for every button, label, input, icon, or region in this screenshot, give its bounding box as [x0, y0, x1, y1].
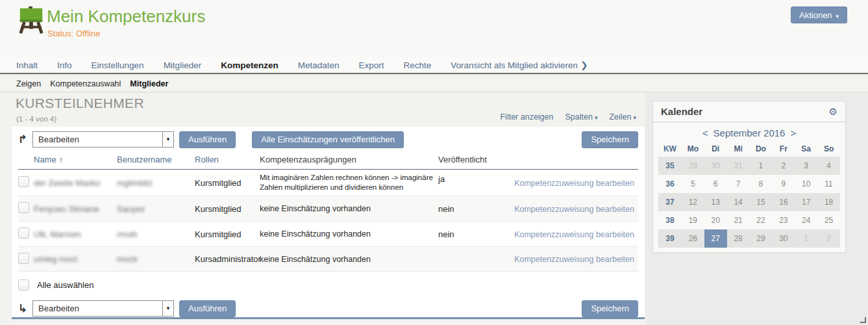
calendar-day[interactable]: 22: [750, 211, 773, 229]
calendar-day[interactable]: 26: [682, 229, 704, 248]
calendar-day[interactable]: 30: [704, 157, 727, 175]
published-value: nein: [438, 229, 510, 239]
row-checkbox[interactable]: [18, 176, 29, 187]
calendar-day[interactable]: 25: [817, 211, 840, 229]
tab-export[interactable]: Export: [358, 60, 384, 70]
calendar-day[interactable]: 29: [682, 157, 704, 175]
bulk-action-select[interactable]: Bearbeiten ▼: [32, 131, 174, 148]
week-number[interactable]: 37: [658, 198, 682, 207]
row-checkbox[interactable]: [18, 202, 29, 213]
competence-text: keine Einschätzung vorhanden: [260, 255, 438, 264]
edit-competence-link[interactable]: Kompetenzzuweisung bearbeiten: [514, 230, 634, 239]
chevron-right-icon: ❯: [580, 60, 588, 70]
calendar-day[interactable]: 2: [772, 157, 795, 175]
members-section: KURSTEILNEHMER (1 - 4 von 4) Filter anze…: [0, 93, 645, 325]
edit-competence-link[interactable]: Kompetenzzuweisung bearbeiten: [514, 255, 634, 264]
apply-up-arrow-icon: ↱: [18, 133, 32, 146]
result-count: (1 - 4 von 4): [16, 115, 56, 123]
member-name: Fenyues Slimane: [34, 204, 99, 214]
calendar-day[interactable]: 21: [727, 211, 750, 229]
member-name: der Zweite Masko: [34, 178, 101, 188]
calendar-day[interactable]: 13: [704, 193, 727, 211]
preview-as-member-link[interactable]: Voransicht als Mitglied aktivieren❯: [451, 60, 588, 70]
calendar-day[interactable]: 6: [704, 175, 727, 193]
calendar-day[interactable]: 14: [727, 193, 750, 211]
bulk-action-select-bottom[interactable]: Bearbeiten ▼: [32, 300, 174, 317]
actions-button[interactable]: Aktionen▾: [791, 6, 847, 23]
subtab-mitglieder[interactable]: Mitglieder: [130, 79, 168, 88]
course-easel-icon: [16, 5, 46, 36]
calendar-title: Kalender: [661, 106, 702, 117]
save-button-top[interactable]: Speichern: [582, 131, 638, 148]
table-row: der Zweite Masko mglimbitz Kursmitglied …: [18, 170, 638, 196]
week-number[interactable]: 36: [658, 179, 682, 188]
row-checkbox[interactable]: [18, 253, 29, 264]
member-role: Kursmitglied: [195, 229, 260, 239]
prev-month-button[interactable]: <: [702, 127, 708, 138]
tab-kompetenzen[interactable]: Kompetenzen: [221, 60, 279, 70]
next-month-button[interactable]: >: [790, 127, 796, 138]
calendar-grid: KW Mo Di Mi Do Fr Sa So 35 29 30 31 1 2 …: [658, 141, 840, 248]
page: Mein Kompetenzkurs Status: Offline Aktio…: [0, 0, 868, 325]
published-value: nein: [438, 204, 510, 214]
table-row: umieg moct moctr Kursadministrator keine…: [18, 247, 638, 272]
tab-info[interactable]: Info: [57, 60, 72, 70]
show-filter-link[interactable]: Filter anzeigen: [500, 112, 553, 122]
select-all-checkbox[interactable]: [18, 280, 29, 291]
edit-competence-link[interactable]: Kompetenzzuweisung bearbeiten: [514, 179, 634, 188]
tab-mitglieder[interactable]: Mitglieder: [164, 60, 202, 70]
calendar-day[interactable]: 24: [795, 211, 817, 229]
calendar-day[interactable]: 18: [817, 193, 840, 211]
calendar-day[interactable]: 19: [682, 211, 704, 229]
calendar-day[interactable]: 2: [817, 229, 840, 248]
member-username: mglimbitz: [117, 178, 153, 188]
calendar-day[interactable]: 17: [795, 193, 817, 211]
rows-dropdown[interactable]: Zeilen▾: [609, 112, 636, 122]
calendar-day[interactable]: 11: [817, 175, 840, 193]
caret-down-icon: ▾: [633, 114, 636, 121]
calendar-day[interactable]: 5: [682, 175, 704, 193]
subtab-kompetenzauswahl[interactable]: Kompetenzauswahl: [50, 79, 121, 88]
calendar-day[interactable]: 10: [795, 175, 817, 193]
calendar-day[interactable]: 12: [682, 193, 704, 211]
gear-icon[interactable]: ⚙: [829, 106, 837, 118]
calendar-day[interactable]: 20: [704, 211, 727, 229]
column-header-roles[interactable]: Rollen: [195, 155, 260, 164]
publish-all-button[interactable]: Alle Einschätzungen veröffentlichen: [252, 131, 404, 148]
calendar-day[interactable]: 28: [727, 229, 750, 248]
calendar-day[interactable]: 1: [750, 157, 773, 175]
member-username: moctr: [117, 254, 138, 264]
column-header-name[interactable]: Name↑: [34, 155, 117, 164]
calendar-day[interactable]: 3: [795, 157, 817, 175]
tab-inhalt[interactable]: Inhalt: [16, 60, 38, 70]
edit-competence-link[interactable]: Kompetenzzuweisung bearbeiten: [514, 205, 634, 214]
calendar-day[interactable]: 29: [750, 229, 773, 248]
tab-einstellungen[interactable]: Einstellungen: [92, 60, 144, 70]
members-table-panel: ↱ Bearbeiten ▼ Ausführen Alle Einschätzu…: [12, 127, 645, 319]
execute-button[interactable]: Ausführen: [179, 131, 236, 148]
week-number[interactable]: 39: [658, 234, 682, 243]
subtab-zeigen[interactable]: Zeigen: [16, 79, 41, 88]
calendar-day-selected[interactable]: 27: [704, 229, 727, 248]
calendar-day[interactable]: 23: [772, 211, 795, 229]
calendar-day[interactable]: 8: [750, 175, 773, 193]
save-button-bottom[interactable]: Speichern: [582, 300, 638, 317]
calendar-day[interactable]: 4: [817, 157, 840, 175]
page-title: Mein Kompetenzkurs: [47, 6, 205, 27]
calendar-day[interactable]: 16: [772, 193, 795, 211]
combo-arrow-icon: ▼: [162, 301, 173, 316]
tab-rechte[interactable]: Rechte: [404, 60, 432, 70]
week-number[interactable]: 38: [658, 216, 682, 225]
execute-button-bottom[interactable]: Ausführen: [179, 300, 236, 317]
calendar-day[interactable]: 30: [772, 229, 795, 248]
calendar-day[interactable]: 15: [750, 193, 773, 211]
calendar-day[interactable]: 1: [795, 229, 817, 248]
calendar-day[interactable]: 31: [727, 157, 750, 175]
week-number[interactable]: 35: [658, 161, 682, 170]
columns-dropdown[interactable]: Spalten▾: [565, 112, 597, 122]
column-header-username[interactable]: Benutzername: [117, 155, 195, 164]
tab-metadaten[interactable]: Metadaten: [298, 60, 340, 70]
row-checkbox[interactable]: [18, 228, 29, 239]
calendar-day[interactable]: 9: [772, 175, 795, 193]
calendar-day[interactable]: 7: [727, 175, 750, 193]
